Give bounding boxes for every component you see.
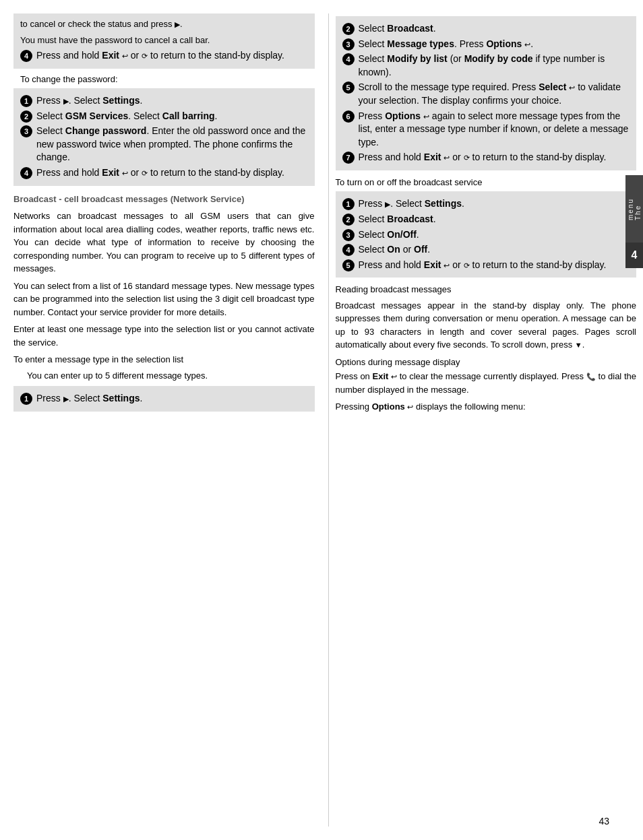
broadcast-service-label: To turn on or off the broadcast service (336, 176, 637, 189)
right-top-steps: 2 Select Broadcast. 3 Select Message typ… (336, 16, 637, 170)
broadcast-para-3: Enter at least one message type into the… (13, 323, 315, 349)
page-number: 43 (599, 816, 609, 827)
main-content: to cancel or check the status and press … (0, 0, 643, 840)
bcast-step-2: 2 Select Broadcast. (342, 213, 630, 226)
step-circle-4-change: 4 (20, 167, 32, 179)
step-circle-5-right: 5 (342, 82, 355, 94)
right-step-5: 5 Scroll to the message type required. P… (342, 81, 630, 107)
enter-type-step-1-box: 1 Press ▶. Select Settings. (13, 386, 315, 412)
right-step-7: 7 Press and hold Exit ↩ or ⟳ to return t… (342, 151, 630, 164)
bcast-step-3-text: Select On/Off. (359, 228, 630, 242)
enter-type-step-1-text: Press ▶. Select Settings. (36, 392, 308, 406)
top-text-line2: You must have the password to cancel a c… (20, 34, 308, 47)
bcast-step-2-text: Select Broadcast. (359, 213, 630, 226)
step-circle-2-change: 2 (20, 110, 32, 123)
options-during-label: Options during message display (336, 356, 637, 369)
step-circle-5-bcast: 5 (342, 259, 355, 271)
right-step-6-text: Press Options ↩ again to select more mes… (359, 110, 630, 150)
right-step-3: 3 Select Message types. Press Options ↩. (342, 38, 630, 51)
right-step-3-text: Select Message types. Press Options ↩. (359, 38, 630, 51)
change-step-2: 2 Select GSM Services. Select Call barri… (20, 110, 308, 123)
step-circle-2-bcast: 2 (342, 214, 355, 226)
broadcast-service-steps: 1 Press ▶. Select Settings. 2 Select Bro… (336, 191, 637, 278)
bcast-step-3: 3 Select On/Off. (342, 228, 630, 242)
bcast-step-4-text: Select On or Off. (359, 243, 630, 257)
step-circle-1-change: 1 (20, 95, 32, 107)
step-circle-4-right: 4 (342, 53, 355, 65)
right-column: 2 Select Broadcast. 3 Select Message typ… (328, 13, 637, 827)
chapter-number: 4 (632, 249, 638, 261)
right-step-5-text: Scroll to the message type required. Pre… (359, 81, 630, 107)
the-menu-label: The menu (627, 198, 642, 220)
right-step-4-text: Select Modify by list (or Modify by code… (359, 53, 630, 79)
change-step-3: 3 Select Change password. Enter the old … (20, 125, 308, 164)
bcast-step-1: 1 Press ▶. Select Settings. (342, 197, 630, 211)
broadcast-para-5: You can enter up to 5 different message … (27, 369, 315, 383)
change-step-3-text: Select Change password. Enter the old pa… (36, 125, 308, 164)
step-circle-6-right: 6 (342, 110, 355, 123)
bcast-step-4: 4 Select On or Off. (342, 243, 630, 257)
broadcast-para-4: To enter a message type in the selection… (13, 353, 315, 366)
change-password-label: To change the password: (20, 73, 315, 86)
step-circle-1-bcast: 1 (342, 198, 355, 210)
step-circle-1-enter: 1 (20, 393, 32, 405)
change-step-4: 4 Press and hold Exit ↩ or ⟳ to return t… (20, 166, 308, 180)
the-menu-tab: The menu (625, 175, 643, 243)
reading-title: Reading broadcast messages (336, 283, 637, 296)
change-step-2-text: Select GSM Services. Select Call barring… (36, 110, 308, 123)
step-circle-3-bcast: 3 (342, 229, 355, 241)
step-circle-7-right: 7 (342, 152, 355, 164)
pressing-para: Pressing Options ↩ displays the followin… (336, 400, 637, 414)
enter-msg-indent: You can enter up to 5 different message … (27, 369, 315, 383)
broadcast-para-2: You can select from a list of 16 standar… (13, 280, 315, 319)
right-step-2: 2 Select Broadcast. (342, 22, 630, 36)
bcast-step-5-text: Press and hold Exit ↩ or ⟳ to return to … (359, 259, 630, 272)
options-para: Press on Exit ↩ to clear the message cur… (336, 370, 637, 396)
bcast-step-1-text: Press ▶. Select Settings. (359, 197, 630, 211)
right-step-6: 6 Press Options ↩ again to select more m… (342, 110, 630, 150)
broadcast-section-title: Broadcast - cell broadcast messages (Net… (13, 193, 315, 206)
top-shaded-box: to cancel or check the status and press … (13, 13, 315, 69)
top-text-line1: to cancel or check the status and press … (20, 18, 308, 31)
change-step-1-text: Press ▶. Select Settings. (36, 94, 308, 108)
right-step-4: 4 Select Modify by list (or Modify by co… (342, 53, 630, 79)
step-4-top: 4 Press and hold Exit ↩ or ⟳ to return t… (20, 49, 308, 63)
step-circle-2-right: 2 (342, 23, 355, 35)
step-4-text: Press and hold Exit ↩ or ⟳ to return to … (36, 49, 308, 63)
right-step-7-text: Press and hold Exit ↩ or ⟳ to return to … (359, 151, 630, 164)
broadcast-para-1: Networks can broadcast messages to all G… (13, 209, 315, 276)
right-step-2-text: Select Broadcast. (359, 22, 630, 36)
change-step-1: 1 Press ▶. Select Settings. (20, 94, 308, 108)
page-container: to cancel or check the status and press … (0, 0, 643, 840)
left-column: to cancel or check the status and press … (13, 13, 322, 827)
enter-type-step-1: 1 Press ▶. Select Settings. (20, 392, 308, 406)
change-password-steps: 1 Press ▶. Select Settings. 2 Select GSM… (13, 88, 315, 186)
change-step-4-text: Press and hold Exit ↩ or ⟳ to return to … (36, 166, 308, 180)
bcast-step-5: 5 Press and hold Exit ↩ or ⟳ to return t… (342, 259, 630, 272)
chapter-tab: 4 (625, 243, 643, 268)
reading-para: Broadcast messages appear in the stand-b… (336, 299, 637, 352)
step-circle-4: 4 (20, 50, 32, 62)
step-circle-3-change: 3 (20, 125, 32, 137)
step-circle-3-right: 3 (342, 38, 355, 51)
step-circle-4-bcast: 4 (342, 244, 355, 256)
